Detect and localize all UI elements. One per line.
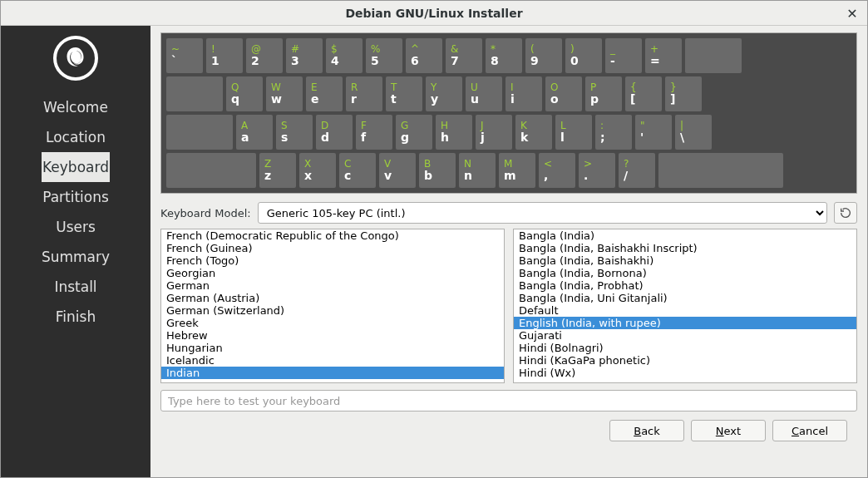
key-t: Tt <box>386 76 422 111</box>
layout-item[interactable]: French (Guinea) <box>161 242 504 254</box>
sidebar-item-location[interactable]: Location <box>42 122 110 152</box>
layout-item[interactable]: Greek <box>161 317 504 329</box>
key-.: >. <box>579 153 615 188</box>
key-j: Jj <box>476 115 512 150</box>
keyboard-model-label: Keyboard Model: <box>160 207 251 219</box>
key-y: Yy <box>426 76 462 111</box>
sidebar: WelcomeLocationKeyboardPartitionsUsersSu… <box>1 26 150 477</box>
layout-item[interactable]: German (Switzerland) <box>161 304 504 317</box>
reset-model-button[interactable] <box>834 202 857 224</box>
key-g: Gg <box>396 115 432 150</box>
sidebar-item-finish[interactable]: Finish <box>42 302 110 332</box>
debian-logo-icon <box>53 36 98 81</box>
key-q: Qq <box>226 76 263 111</box>
key-h: Hh <box>436 115 472 150</box>
layout-item[interactable]: Hungarian <box>161 342 504 354</box>
variant-item[interactable]: English (India, with rupee) <box>514 317 856 329</box>
key-k: Kk <box>515 115 552 150</box>
key-4: $4 <box>326 38 362 73</box>
variant-item[interactable]: Bangla (India, Uni Gitanjali) <box>514 292 856 304</box>
variant-item[interactable]: Gujarati <box>514 329 856 342</box>
key-]: }] <box>665 76 702 111</box>
sidebar-item-welcome[interactable]: Welcome <box>42 92 110 122</box>
key-,: <, <box>539 153 575 188</box>
key-`: ~` <box>166 38 203 73</box>
key-7: &7 <box>446 38 482 73</box>
layout-item[interactable]: Icelandic <box>161 354 504 367</box>
key-d: Dd <box>316 115 353 150</box>
sidebar-item-users[interactable]: Users <box>42 212 110 242</box>
window-title: Debian GNU/Linux Installer <box>345 7 522 20</box>
key-0: )0 <box>565 38 602 73</box>
variant-item[interactable]: Hindi (KaGaPa phonetic) <box>514 354 856 367</box>
key-u: Uu <box>466 76 502 111</box>
layout-item[interactable]: Georgian <box>161 267 504 279</box>
key-\: |\ <box>675 115 712 150</box>
key-9: (9 <box>525 38 562 73</box>
keyboard-test-input[interactable] <box>160 390 857 411</box>
key-[: {[ <box>625 76 662 111</box>
key-m: Mm <box>499 153 535 188</box>
variant-item[interactable]: Bangla (India, Probhat) <box>514 279 856 292</box>
installer-window: Debian GNU/Linux Installer ✕ WelcomeLoca… <box>0 0 868 478</box>
layout-item[interactable]: French (Togo) <box>161 254 504 267</box>
back-button[interactable]: Back <box>609 420 684 441</box>
key-w: Ww <box>266 76 303 111</box>
key-2: @2 <box>246 38 283 73</box>
next-button[interactable]: Next <box>691 420 766 441</box>
key--: _- <box>605 38 642 73</box>
key-f: Ff <box>356 115 392 150</box>
key-n: Nn <box>459 153 496 188</box>
key-r: Rr <box>346 76 382 111</box>
cancel-button[interactable]: Cancel <box>772 420 847 441</box>
keyboard-layout-list[interactable]: French (Democratic Republic of the Congo… <box>160 229 505 383</box>
key-b: Bb <box>419 153 456 188</box>
key-1: !1 <box>206 38 243 73</box>
key-o: Oo <box>545 76 582 111</box>
key-e: Ee <box>306 76 343 111</box>
key-a: Aa <box>236 115 273 150</box>
variant-item[interactable]: Bangla (India) <box>514 229 856 242</box>
variant-item[interactable]: Hindi (Wx) <box>514 367 856 379</box>
key-p: Pp <box>585 76 622 111</box>
key-s: Ss <box>276 115 313 150</box>
layout-item[interactable]: Hebrew <box>161 329 504 342</box>
keyboard-preview: ~`!1@2#3$4%5^6&7*8(9)0_-+=QqWwEeRrTtYyUu… <box>160 32 857 194</box>
layout-item[interactable]: Indian <box>161 367 504 379</box>
variant-item[interactable]: Hindi (Bolnagri) <box>514 342 856 354</box>
keyboard-variant-list[interactable]: Bangla (India)Bangla (India, Baishakhi I… <box>513 229 857 383</box>
key-5: %5 <box>366 38 402 73</box>
key-': "' <box>635 115 672 150</box>
variant-item[interactable]: Bangla (India, Baishakhi) <box>514 254 856 267</box>
variant-item[interactable]: Bangla (India, Bornona) <box>514 267 856 279</box>
key-x: Xx <box>299 153 336 188</box>
titlebar: Debian GNU/Linux Installer ✕ <box>1 1 867 26</box>
footer-buttons: Back Next Cancel <box>160 411 857 451</box>
key-/: ?/ <box>619 153 655 188</box>
key-v: Vv <box>379 153 416 188</box>
layout-item[interactable]: French (Democratic Republic of the Congo… <box>161 229 504 242</box>
close-icon[interactable]: ✕ <box>844 5 861 22</box>
key-=: += <box>645 38 682 73</box>
sidebar-item-install[interactable]: Install <box>42 272 110 302</box>
variant-item[interactable]: Bangla (India, Baishakhi Inscript) <box>514 242 856 254</box>
sidebar-item-partitions[interactable]: Partitions <box>42 182 110 212</box>
key-;: :; <box>595 115 632 150</box>
sidebar-item-summary[interactable]: Summary <box>42 242 110 272</box>
layout-item[interactable]: German <box>161 279 504 292</box>
refresh-icon <box>839 206 852 219</box>
key-8: *8 <box>486 38 522 73</box>
key-3: #3 <box>286 38 323 73</box>
variant-item[interactable]: Default <box>514 304 856 317</box>
layout-item[interactable]: German (Austria) <box>161 292 504 304</box>
key-i: Ii <box>506 76 542 111</box>
key-z: Zz <box>259 153 296 188</box>
keyboard-model-select[interactable]: Generic 105-key PC (intl.) <box>258 202 827 224</box>
key-6: ^6 <box>406 38 442 73</box>
key-c: Cc <box>339 153 376 188</box>
key-l: Ll <box>555 115 592 150</box>
sidebar-item-keyboard[interactable]: Keyboard <box>42 152 110 182</box>
